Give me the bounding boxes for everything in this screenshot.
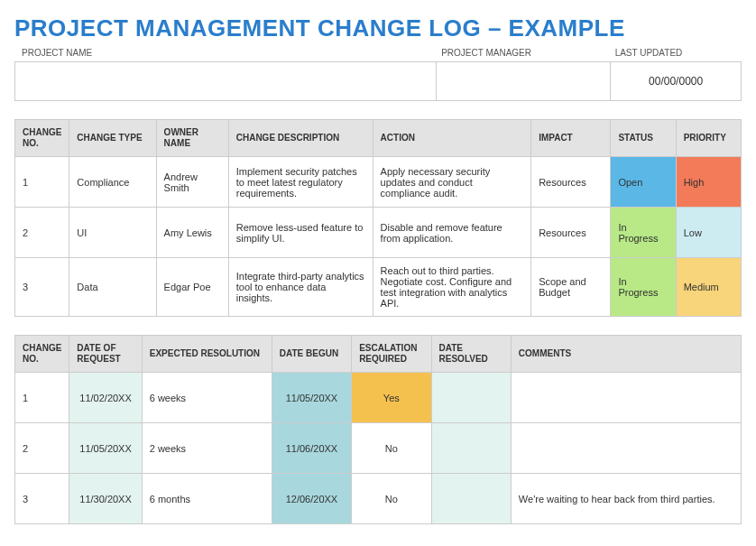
cell-comments xyxy=(511,373,741,423)
cell-action: Disable and remove feature from applicat… xyxy=(373,208,531,258)
cell-change-description: Integrate third-party analytics tool to … xyxy=(228,258,373,317)
cell-owner-name: Edgar Poe xyxy=(156,258,228,317)
table-row: 111/02/20XX6 weeks11/05/20XXYes xyxy=(15,373,742,423)
th-date-begun: DATE BEGUN xyxy=(272,336,351,373)
cell-date-resolved xyxy=(431,373,511,423)
th-date-of-request: DATE OF REQUEST xyxy=(69,336,142,373)
th-owner-name: OWNER NAME xyxy=(156,120,228,157)
table-row: 211/05/20XX2 weeks11/06/20XXNo xyxy=(15,423,742,474)
th-change-type: CHANGE TYPE xyxy=(69,120,156,157)
change-log-table: CHANGE NO. CHANGE TYPE OWNER NAME CHANGE… xyxy=(14,119,742,317)
meta-label-row: PROJECT NAME PROJECT MANAGER LAST UPDATE… xyxy=(14,48,742,61)
th-change-no: CHANGE NO. xyxy=(15,336,69,373)
table-row: 2UIAmy LewisRemove less-used feature to … xyxy=(15,208,742,258)
cell-change-no: 1 xyxy=(15,373,69,423)
page-title: PROJECT MANAGEMENT CHANGE LOG – EXAMPLE xyxy=(14,14,742,42)
cell-change-description: Implement security patches to meet lates… xyxy=(228,157,373,208)
label-project-name: PROJECT NAME xyxy=(18,48,438,58)
cell-status: In Progress xyxy=(611,258,676,317)
cell-owner-name: Andrew Smith xyxy=(156,157,228,208)
cell-impact: Scope and Budget xyxy=(531,258,611,317)
cell-comments xyxy=(511,423,741,474)
cell-change-type: UI xyxy=(69,208,156,258)
th-date-resolved: DATE RESOLVED xyxy=(431,336,511,373)
th-status: STATUS xyxy=(611,120,676,157)
cell-date-of-request: 11/05/20XX xyxy=(69,423,142,474)
cell-date-of-request: 11/30/20XX xyxy=(69,474,142,524)
cell-change-type: Data xyxy=(69,258,156,317)
cell-action: Reach out to third parties. Negotiate co… xyxy=(373,258,531,317)
cell-impact: Resources xyxy=(531,208,611,258)
table-row: 1ComplianceAndrew SmithImplement securit… xyxy=(15,157,742,208)
cell-priority: High xyxy=(676,157,741,208)
cell-change-no: 3 xyxy=(15,258,69,317)
label-last-updated: LAST UPDATED xyxy=(612,48,742,58)
table-header-row: CHANGE NO. CHANGE TYPE OWNER NAME CHANGE… xyxy=(15,120,742,157)
cell-status: Open xyxy=(611,157,676,208)
cell-date-begun: 11/06/20XX xyxy=(272,423,351,474)
cell-escalation-required: No xyxy=(352,423,431,474)
cell-comments: We're waiting to hear back from third pa… xyxy=(511,474,741,524)
last-updated-field[interactable]: 00/00/0000 xyxy=(610,62,741,100)
th-impact: IMPACT xyxy=(531,120,611,157)
th-change-no: CHANGE NO. xyxy=(15,120,69,157)
project-name-field[interactable] xyxy=(15,62,436,100)
th-change-description: CHANGE DESCRIPTION xyxy=(228,120,373,157)
cell-expected-resolution: 6 weeks xyxy=(142,373,272,423)
cell-change-type: Compliance xyxy=(69,157,156,208)
table-row: 311/30/20XX6 months12/06/20XXNoWe're wai… xyxy=(15,474,742,524)
th-priority: PRIORITY xyxy=(676,120,741,157)
cell-expected-resolution: 6 months xyxy=(142,474,272,524)
cell-impact: Resources xyxy=(531,157,611,208)
project-manager-field[interactable] xyxy=(436,62,610,100)
cell-expected-resolution: 2 weeks xyxy=(142,423,272,474)
cell-change-no: 3 xyxy=(15,474,69,524)
cell-priority: Medium xyxy=(676,258,741,317)
cell-date-of-request: 11/02/20XX xyxy=(69,373,142,423)
th-escalation-required: ESCALATION REQUIRED xyxy=(352,336,431,373)
cell-owner-name: Amy Lewis xyxy=(156,208,228,258)
change-log-detail-table: CHANGE NO. DATE OF REQUEST EXPECTED RESO… xyxy=(14,335,742,524)
meta-value-row: 00/00/0000 xyxy=(14,61,742,101)
table-row: 3DataEdgar PoeIntegrate third-party anal… xyxy=(15,258,742,317)
th-expected-resolution: EXPECTED RESOLUTION xyxy=(142,336,272,373)
th-action: ACTION xyxy=(373,120,531,157)
label-project-manager: PROJECT MANAGER xyxy=(438,48,611,58)
cell-escalation-required: Yes xyxy=(352,373,431,423)
cell-status: In Progress xyxy=(611,208,676,258)
table-header-row: CHANGE NO. DATE OF REQUEST EXPECTED RESO… xyxy=(15,336,742,373)
cell-date-resolved xyxy=(431,474,511,524)
cell-date-begun: 12/06/20XX xyxy=(272,474,351,524)
cell-priority: Low xyxy=(676,208,741,258)
cell-action: Apply necessary security updates and con… xyxy=(373,157,531,208)
cell-escalation-required: No xyxy=(352,474,431,524)
cell-date-resolved xyxy=(431,423,511,474)
th-comments: COMMENTS xyxy=(511,336,741,373)
cell-change-no: 1 xyxy=(15,157,69,208)
cell-date-begun: 11/05/20XX xyxy=(272,373,351,423)
cell-change-no: 2 xyxy=(15,423,69,474)
cell-change-description: Remove less-used feature to simplify UI. xyxy=(228,208,373,258)
cell-change-no: 2 xyxy=(15,208,69,258)
